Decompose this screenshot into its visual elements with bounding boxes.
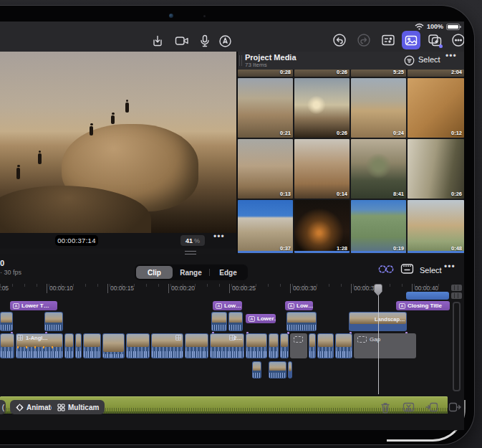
storyline-clip-multicam[interactable] [151,333,183,358]
gap-clip[interactable]: Gap [354,333,416,358]
media-more-button[interactable]: ••• [445,54,457,58]
media-item-count: 73 Items [245,62,267,68]
gap-clip[interactable] [290,333,307,358]
zoom-unit: % [194,237,200,244]
connected-clip-below[interactable] [269,361,286,378]
connected-clip[interactable] [44,312,63,331]
media-thumbnail[interactable]: 0:28 [238,70,293,77]
media-thumbnail[interactable]: 0:48 [408,200,464,253]
mode-range[interactable]: Range [173,266,209,279]
title-icon: A [216,303,222,309]
storyline-clip[interactable] [269,333,279,358]
connected-clip-below[interactable] [288,361,292,378]
media-thumbnail[interactable]: 0:21 [238,78,293,138]
more-options-button[interactable] [450,32,464,49]
media-thumbnail[interactable]: 2:04 [408,70,464,77]
inspector-button[interactable] [380,32,397,49]
multicam-button[interactable]: Multicam [52,400,105,414]
viewer-more-button[interactable]: ••• [213,234,225,239]
title-clip[interactable]: A Closing Title [396,301,450,310]
delete-button[interactable] [380,401,392,414]
storyline-clip[interactable] [309,333,316,358]
storyline-clip[interactable] [83,333,101,358]
storyline-clip[interactable] [64,333,74,358]
connected-clip[interactable] [228,312,243,331]
storyline-clip-multicam[interactable]: 1-Angl… [16,333,63,358]
track-height-control[interactable] [451,285,462,291]
enhance-icon[interactable] [378,264,394,277]
clip-browser-icon[interactable] [400,263,414,277]
multicam-icon [17,335,23,340]
multicam-grid-icon [57,404,65,411]
connected-clip[interactable] [211,312,227,331]
media-thumbnail[interactable]: 0:26 [294,70,350,77]
title-clip[interactable]: A Lower T… [10,301,57,310]
redo-button[interactable] [355,32,372,49]
import-button[interactable] [149,32,166,49]
timeline-more-button[interactable]: ••• [444,264,456,269]
connected-clip[interactable] [0,312,13,331]
timeline-panel: 0 · 30 fps Clip Range Edge Select ••• 00… [0,254,464,430]
media-thumbnail[interactable]: 5:25 [351,70,406,77]
undo-button[interactable] [331,32,348,49]
title-icon: A [399,303,405,309]
storyline-clip[interactable] [317,333,334,358]
media-thumbnail[interactable]: 0:26 [408,139,464,199]
storyline-clip[interactable] [335,333,352,358]
storyline-clip[interactable] [102,333,125,358]
storyline-clip[interactable] [280,333,289,358]
pencil-tool-button[interactable] [216,32,233,49]
media-browser-button[interactable] [402,31,420,49]
preview-person [125,103,129,113]
project-fps: · 30 fps [0,269,21,276]
effects-badge [439,44,443,48]
title-icon: A [249,316,255,322]
connected-clip-below[interactable] [252,361,261,378]
media-thumbnail[interactable]: 0:24 [351,78,406,138]
usage-indicator [294,251,350,253]
media-thumbnail[interactable]: 1:28 [294,200,350,253]
storyline-clip[interactable] [185,333,208,358]
mode-edge[interactable]: Edge [210,266,246,279]
gap-icon [357,336,367,343]
mode-clip[interactable]: Clip [136,266,173,279]
storyline-clip[interactable] [75,333,82,358]
project-media-panel: Project Media 73 Items Select ••• 0:28 0… [238,52,464,254]
effects-button[interactable] [426,32,443,49]
zoom-level-control[interactable]: 41 % [180,235,205,246]
microphone-button[interactable] [196,32,213,49]
media-thumbnail[interactable]: 0:26 [294,78,350,138]
media-panel-header: Project Media 73 Items Select ••• [238,52,464,70]
media-thumbnail[interactable]: 0:13 [238,139,293,199]
timeline-select-button[interactable]: Select [420,266,442,275]
media-select-button[interactable]: Select [418,55,440,64]
storyline-clip[interactable] [246,333,267,358]
storyline-clip[interactable] [0,333,14,358]
filter-icon[interactable] [404,55,415,69]
storyline-clip-multicam[interactable]: 2… [210,333,244,358]
status-bar: 100% [415,22,460,31]
record-camera-button[interactable] [173,32,191,49]
media-thumbnail[interactable]: 0:12 [408,78,464,138]
panel-drag-grip[interactable] [239,55,242,66]
blade-button[interactable] [403,401,415,414]
title-clip[interactable]: A Low… [285,301,313,310]
title-clip[interactable]: A Low… [213,301,242,310]
media-thumbnail[interactable]: 0:19 [351,200,406,253]
insert-after-button[interactable] [448,401,461,414]
media-thumbnail[interactable]: 0:14 [294,139,350,199]
sensor-dot [203,15,206,17]
selection-mode-control: Clip Range Edge [135,264,248,280]
video-preview[interactable] [0,52,236,233]
vertical-scrollbar[interactable] [453,302,461,391]
connected-clip[interactable] [286,312,317,331]
media-thumbnail[interactable]: 8:41 [351,139,406,199]
track-height-control[interactable] [451,292,462,299]
title-clip[interactable]: A Lower… [246,314,276,323]
title-icon: A [13,303,19,309]
audio-clip[interactable] [406,292,449,300]
insert-before-button[interactable] [425,401,438,414]
media-thumbnail[interactable]: 0:37 [238,200,293,253]
storyline-clip[interactable] [126,333,150,358]
cutoff-button[interactable]: ( [0,400,6,414]
